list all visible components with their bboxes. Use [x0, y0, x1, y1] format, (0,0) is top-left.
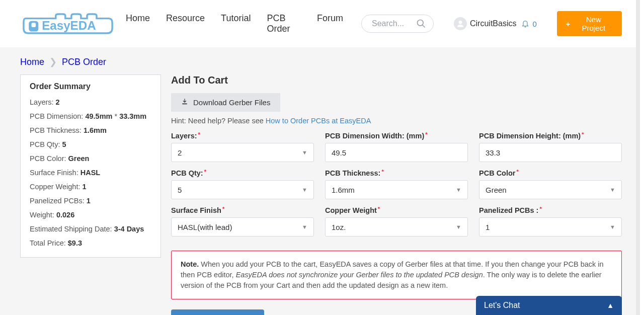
breadcrumb-current[interactable]: PCB Order	[62, 57, 106, 67]
plus-icon: +	[566, 20, 571, 28]
hint-text: Hint: Need help? Please see How to Order…	[171, 117, 622, 125]
field-width: PCB Dimension Width: (mm)*	[325, 132, 468, 162]
download-icon	[181, 98, 188, 107]
new-project-button[interactable]: + New Project	[557, 11, 622, 36]
summary-dimension: PCB Dimension: 49.5mm * 33.3mm	[30, 109, 151, 123]
summary-panel: Panelized PCBs: 1	[30, 194, 151, 208]
field-color: PCB Color* Green▼	[479, 169, 622, 199]
chat-label: Let's Chat	[484, 301, 520, 310]
nav-resource[interactable]: Resource	[166, 13, 205, 34]
panel-select[interactable]: 1▼	[479, 217, 622, 237]
save-to-cart-button[interactable]: Save to Cart	[171, 309, 264, 315]
summary-layers: Layers: 2	[30, 95, 151, 109]
bell-icon[interactable]	[521, 20, 529, 28]
width-input[interactable]	[325, 143, 468, 162]
add-to-cart-form: Add To Cart Download Gerber Files Hint: …	[171, 74, 622, 315]
svg-rect-1	[31, 23, 36, 27]
nav-tutorial[interactable]: Tutorial	[221, 13, 251, 34]
scrollbar[interactable]	[636, 0, 640, 81]
search-input[interactable]	[371, 19, 416, 29]
field-panel: Panelized PCBs :* 1▼	[479, 206, 622, 237]
download-gerber-button[interactable]: Download Gerber Files	[171, 93, 280, 112]
page-title: Add To Cart	[171, 74, 622, 86]
hint-link[interactable]: How to Order PCBs at EasyEDA	[266, 117, 371, 125]
summary-price: Total Price: $9.3	[30, 236, 151, 250]
nav-home[interactable]: Home	[126, 13, 150, 34]
caret-down-icon: ▼	[302, 149, 307, 155]
header: EasyEDA Home Resource Tutorial PCB Order…	[0, 0, 636, 47]
field-qty: PCB Qty:* 5▼	[171, 169, 314, 199]
notification-count: 0	[532, 20, 536, 28]
summary-weight: Weight: 0.026	[30, 208, 151, 222]
color-select[interactable]: Green▼	[479, 180, 622, 199]
breadcrumb-home[interactable]: Home	[20, 57, 44, 67]
field-layers: Layers:* 2▼	[171, 132, 314, 162]
caret-down-icon: ▼	[610, 224, 615, 230]
main-nav: Home Resource Tutorial PCB Order Forum	[126, 13, 343, 34]
field-height: PCB Dimension Height: (mm)*	[479, 132, 622, 162]
caret-down-icon: ▼	[302, 187, 307, 193]
summary-thickness: PCB Thickness: 1.6mm	[30, 123, 151, 137]
copper-select[interactable]: 1oz.▼	[325, 217, 468, 237]
svg-point-5	[459, 21, 462, 24]
summary-qty: PCB Qty: 5	[30, 137, 151, 151]
chevron-right-icon: ❯	[49, 56, 57, 67]
nav-pcborder[interactable]: PCB Order	[267, 13, 301, 34]
finish-select[interactable]: HASL(with lead)▼	[171, 217, 314, 237]
field-thickness: PCB Thickness:* 1.6mm▼	[325, 169, 468, 199]
thickness-select[interactable]: 1.6mm▼	[325, 180, 468, 199]
caret-down-icon: ▼	[610, 187, 615, 193]
field-finish: Surface Finish* HASL(with lead)▼	[171, 206, 314, 237]
summary-finish: Surface Finish: HASL	[30, 166, 151, 180]
avatar	[454, 17, 467, 30]
svg-rect-6	[182, 104, 187, 105]
username: CircuitBasics	[470, 19, 516, 28]
height-input[interactable]	[479, 143, 622, 162]
summary-title: Order Summary	[30, 82, 151, 91]
qty-select[interactable]: 5▼	[171, 180, 314, 199]
caret-down-icon: ▼	[456, 187, 461, 193]
summary-shipping: Estimated Shipping Date: 3-4 Days	[30, 222, 151, 236]
search-icon	[416, 19, 426, 29]
field-copper: Copper Weight* 1oz.▼	[325, 206, 468, 237]
order-summary: Order Summary Layers: 2 PCB Dimension: 4…	[20, 74, 161, 258]
chat-widget[interactable]: Let's Chat ▲	[476, 296, 622, 315]
svg-point-3	[417, 20, 423, 26]
note-box: Note. When you add your PCB to the cart,…	[171, 251, 622, 299]
summary-color: PCB Color: Green	[30, 151, 151, 166]
logo[interactable]: EasyEDA	[20, 9, 116, 38]
caret-down-icon: ▼	[302, 224, 307, 230]
user-menu[interactable]: CircuitBasics 0	[454, 17, 537, 30]
layers-select[interactable]: 2▼	[171, 143, 314, 162]
svg-text:EasyEDA: EasyEDA	[42, 19, 96, 32]
search-box[interactable]	[361, 15, 434, 33]
new-project-label: New Project	[575, 15, 613, 32]
summary-copper: Copper Weight: 1	[30, 180, 151, 194]
breadcrumb: Home ❯ PCB Order	[20, 56, 622, 67]
caret-down-icon: ▼	[456, 224, 461, 230]
nav-forum[interactable]: Forum	[317, 13, 343, 34]
svg-line-4	[422, 25, 425, 28]
chevron-up-icon: ▲	[607, 301, 614, 309]
